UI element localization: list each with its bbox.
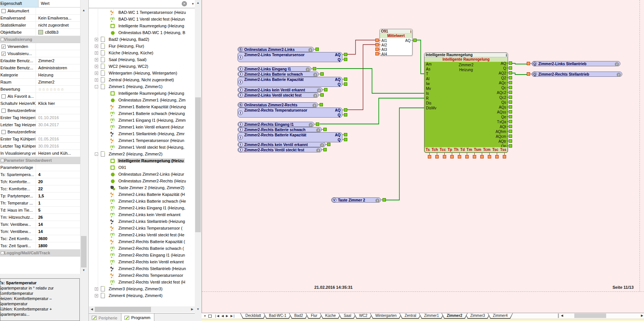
expand-icon[interactable]: + — [95, 45, 98, 48]
property-row[interactable]: EmailversandKein Emailversa... — [0, 15, 80, 22]
tree-item[interactable]: Taste Zimmer 2 (Heizung, Zimmer2) — [89, 184, 195, 191]
tree-item[interactable]: ∿➤Zimmer2-Rechts Stellantrieb (Heizun — [89, 265, 195, 272]
output-connector[interactable] — [509, 130, 512, 133]
tab-peripherie[interactable]: Peripherie — [89, 314, 121, 321]
io-block-taste[interactable]: VTaste Zimmer 2i — [331, 197, 381, 203]
scroll-left-icon[interactable]: ◀ — [561, 313, 563, 318]
output-connector[interactable] — [315, 48, 319, 51]
color-swatch[interactable] — [38, 30, 43, 34]
output-connector[interactable] — [509, 144, 512, 148]
property-value-cell[interactable]: 1800 — [36, 243, 80, 248]
property-row[interactable]: Erlaubte Benutz...Administratoren — [0, 64, 80, 72]
tree-item[interactable]: ⊓⊓➤Zimmer2-Links Eingang I1 (Heizung, — [89, 205, 195, 211]
io-block-batts_links[interactable]: IZimmer2-Links Batterie schwachi — [238, 72, 319, 77]
tree-item[interactable]: Onlinestatus Zimmer2-Links (Heizur — [89, 171, 195, 178]
output-connector[interactable] — [509, 115, 512, 118]
expand-icon[interactable]: + — [95, 78, 98, 82]
property-value-cell[interactable]: ☆☆☆☆☆☆☆ — [36, 87, 80, 91]
expand-icon[interactable]: + — [95, 58, 98, 61]
output-connector[interactable] — [320, 93, 324, 97]
tree-item[interactable]: ⊓⊓➤Zimmer2-Rechts kein Ventil erkannt — [89, 258, 195, 265]
sheet-tab-bad2[interactable]: Bad2 — [289, 313, 308, 319]
property-row[interactable]: Erster Tag Kühlperi...01.05.2016 — [0, 136, 80, 143]
expand-icon[interactable]: + — [95, 38, 98, 41]
property-value-cell[interactable]: Klick hier — [36, 101, 80, 106]
output-connector[interactable] — [509, 100, 512, 104]
property-row[interactable]: Erlaubte Benutz...Zimmer2 — [0, 57, 80, 64]
output-connector[interactable] — [509, 105, 512, 109]
output-connector[interactable] — [320, 103, 323, 106]
output-connector[interactable] — [509, 110, 512, 113]
properties-scrollbar[interactable]: ▲ ▼ — [80, 0, 87, 274]
property-row[interactable]: ✓Visualisieru... — [0, 50, 80, 57]
property-row[interactable]: Letzter Tag Kühlper...30.09.2016 — [0, 143, 80, 150]
info-icon[interactable]: i — [375, 199, 380, 203]
output-connector[interactable] — [320, 72, 324, 76]
property-value-cell[interactable]: 20 — [36, 179, 80, 184]
tree-vertical-scrollbar[interactable]: ▲ ▼ — [195, 0, 201, 313]
tree-item[interactable]: ∿➤Zimmer1 Stellantrieb (Heizung, Zimr — [89, 130, 195, 137]
info-icon[interactable]: i — [312, 103, 317, 107]
tree-item[interactable]: +Wintergarten (Heizung, Wintergarten) — [89, 70, 195, 76]
properties-header-value[interactable]: Wert — [39, 0, 80, 7]
property-row[interactable]: Tsm: Ventilbew...14 — [0, 221, 80, 228]
param-connector[interactable] — [443, 155, 446, 158]
tree-horizontal-scrollbar[interactable]: ◀ ▶ — [89, 306, 195, 312]
output-connector[interactable] — [509, 76, 512, 79]
property-row[interactable]: KategorieHeizung — [0, 72, 80, 79]
tree-filter-box[interactable]: ✕ ▾ — [89, 0, 195, 8]
property-row[interactable]: Tp: Partytemper...1,5 — [0, 193, 80, 200]
sheet-tab-wc2[interactable]: WC2 — [354, 313, 372, 319]
property-row[interactable]: Benutzerdefinie... — [0, 128, 80, 136]
checkbox[interactable]: ✓ — [1, 52, 6, 56]
property-row[interactable]: Erster Tag Heizperi...01.10.2016 — [0, 114, 80, 121]
sheet-tab-zimmer2[interactable]: Zimmer2 — [441, 313, 468, 319]
tree-item[interactable]: +Saal (Heizung, Saal) — [89, 56, 195, 63]
property-value-cell[interactable]: c8d8b3 — [36, 30, 80, 34]
input-connector[interactable] — [375, 52, 379, 55]
filter-dropdown-icon[interactable]: ▾ — [192, 2, 194, 6]
property-value-cell[interactable]: 30.09.2016 — [36, 144, 80, 148]
checkbox[interactable] — [1, 94, 6, 99]
checkbox[interactable] — [1, 9, 6, 13]
last-sheet-icon[interactable]: ▶❘ — [230, 314, 235, 318]
checkbox[interactable]: ✓ — [1, 45, 6, 49]
tree-item[interactable]: ⊓⊓➤Zimmer2-Links Ventil steckt fest (He — [89, 231, 195, 238]
info-icon[interactable]: i — [309, 123, 313, 127]
property-value-cell[interactable]: Zimmer2 — [36, 80, 80, 84]
checkbox[interactable] — [1, 109, 6, 113]
param-connector[interactable] — [428, 155, 431, 158]
output-connector[interactable] — [509, 81, 512, 84]
property-value-cell[interactable]: 4 — [36, 172, 80, 177]
sheet-tab-bad-wc-1[interactable]: Bad-WC-1 — [264, 313, 292, 319]
tree-item[interactable]: ⊓⊓➤Zimmer2-Rechts Eingang I1 (Heizun — [89, 252, 195, 258]
property-value-cell[interactable]: nicht zugeordnet — [36, 23, 80, 27]
diagram-canvas[interactable]: O91 i Mittelwert AI1AI2AI3AI4 AQ Intelli… — [202, 0, 644, 313]
io-block-battk_rechts[interactable]: IZimmer2-Rechts Batterie KapazitätAQQ — [238, 132, 342, 142]
param-connector[interactable] — [488, 155, 491, 158]
property-value-cell[interactable]: Administratoren — [36, 66, 80, 70]
output-connector[interactable] — [344, 58, 347, 61]
collapse-icon[interactable]: - — [1, 159, 4, 162]
output-connector[interactable] — [509, 71, 512, 75]
collapse-icon[interactable]: - — [95, 85, 98, 88]
param-connector[interactable] — [473, 155, 476, 158]
property-row[interactable]: In Visualisierung ve...Heizen und Küh... — [0, 150, 80, 157]
output-connector[interactable] — [313, 67, 316, 70]
output-connector[interactable] — [344, 108, 347, 112]
sheet-tab-flur[interactable]: Flur — [306, 313, 323, 319]
diagram-horizontal-scrollbar[interactable]: ◀ ▶ — [558, 313, 644, 319]
property-value-cell[interactable]: Zimmer2 — [36, 58, 80, 63]
output-connector[interactable] — [327, 143, 330, 146]
sheet-tab-wintergarten[interactable]: Wintergarten — [370, 313, 402, 319]
output-connector[interactable] — [316, 122, 319, 126]
input-connector[interactable] — [375, 39, 379, 42]
property-row[interactable]: Statistikmailernicht zugeordnet — [0, 22, 80, 29]
io-block-eing_rechts[interactable]: IZimmer2-Rechts Eingang I1i — [238, 122, 314, 127]
output-connector[interactable] — [509, 139, 512, 143]
function-block-o91-mittelwert[interactable]: O91 i Mittelwert AI1AI2AI3AI4 AQ — [380, 29, 412, 56]
property-value-cell[interactable]: 1 — [36, 201, 80, 205]
property-row[interactable]: RaumZimmer2 — [0, 79, 80, 86]
sheet-tab-saal[interactable]: Saal — [338, 313, 356, 319]
output-connector[interactable] — [509, 120, 512, 123]
